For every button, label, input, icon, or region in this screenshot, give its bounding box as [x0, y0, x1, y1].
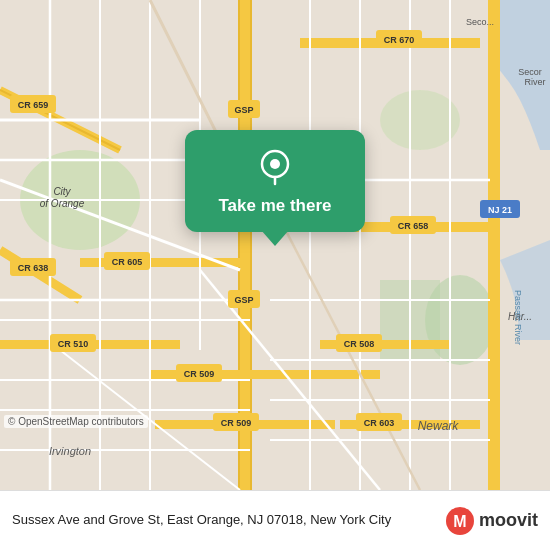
svg-text:CR 658: CR 658: [398, 221, 429, 231]
copyright-notice: © OpenStreetMap contributors: [4, 415, 148, 428]
svg-text:NJ 21: NJ 21: [488, 205, 512, 215]
svg-text:CR 605: CR 605: [112, 257, 143, 267]
svg-point-2: [380, 90, 460, 150]
svg-text:Passaic River: Passaic River: [513, 290, 523, 345]
svg-text:of Orange: of Orange: [40, 198, 85, 209]
svg-text:CR 510: CR 510: [58, 339, 89, 349]
svg-text:CR 509: CR 509: [221, 418, 252, 428]
svg-point-81: [270, 159, 280, 169]
svg-rect-9: [488, 0, 500, 490]
address-display: Sussex Ave and Grove St, East Orange, NJ…: [12, 511, 445, 529]
svg-text:CR 670: CR 670: [384, 35, 415, 45]
svg-text:CR 603: CR 603: [364, 418, 395, 428]
svg-text:CR 509: CR 509: [184, 369, 215, 379]
address-line2: New York City: [310, 512, 391, 527]
svg-text:CR 659: CR 659: [18, 100, 49, 110]
svg-text:City: City: [53, 186, 71, 197]
svg-text:Seco...: Seco...: [466, 17, 494, 27]
svg-text:CR 508: CR 508: [344, 339, 375, 349]
svg-text:Irvington: Irvington: [49, 445, 91, 457]
svg-text:River: River: [524, 77, 545, 87]
svg-text:Secor: Secor: [518, 67, 542, 77]
address-line1: Sussex Ave and Grove St, East Orange, NJ…: [12, 512, 307, 527]
svg-text:CR 638: CR 638: [18, 263, 49, 273]
moovit-wordmark: moovit: [479, 510, 538, 531]
moovit-logo: M moovit: [445, 506, 538, 536]
svg-text:GSP: GSP: [234, 295, 253, 305]
take-me-there-button[interactable]: Take me there: [218, 196, 331, 216]
location-popup: Take me there: [185, 130, 365, 232]
bottom-bar: Sussex Ave and Grove St, East Orange, NJ…: [0, 490, 550, 550]
svg-text:Newark: Newark: [418, 419, 460, 433]
location-pin-icon: [256, 148, 294, 186]
svg-text:GSP: GSP: [234, 105, 253, 115]
svg-text:M: M: [453, 513, 466, 530]
moovit-icon: M: [445, 506, 475, 536]
map-container[interactable]: CR 659 CR 670 CR 658 CR 605 CR 638 GSP G…: [0, 0, 550, 490]
